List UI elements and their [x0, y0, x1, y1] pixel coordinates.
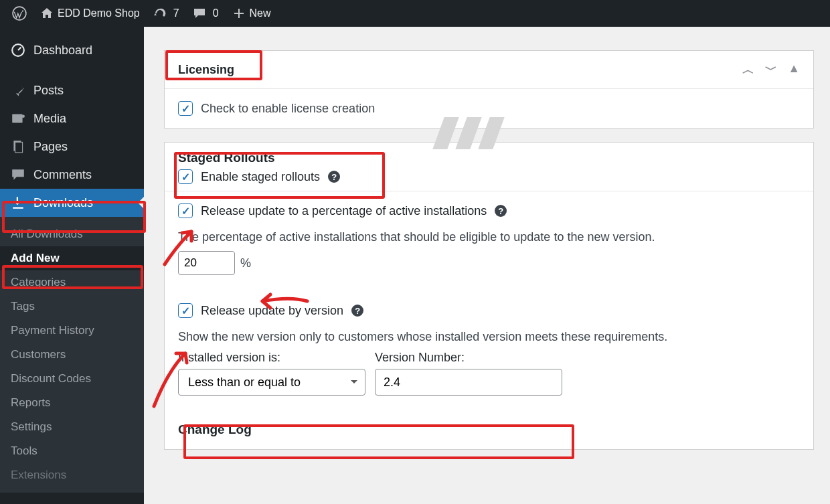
help-icon[interactable]: ? — [495, 205, 507, 217]
comments-link[interactable]: 0 — [186, 0, 226, 27]
sidebar-item-pages[interactable]: Pages — [0, 133, 144, 161]
staged-rollouts-panel: Staged Rollouts Enable staged rollouts ?… — [164, 142, 814, 450]
sidebar-item-label: Media — [33, 112, 66, 126]
submenu-all-downloads[interactable]: All Downloads — [0, 222, 144, 246]
licensing-panel: Licensing ︿ ﹀ ▲ Check to enable license … — [164, 50, 814, 129]
content-area: Licensing ︿ ﹀ ▲ Check to enable license … — [144, 27, 830, 504]
submenu-add-new[interactable]: Add New — [0, 246, 144, 270]
media-icon — [11, 111, 25, 126]
downloads-submenu: All Downloads Add New Categories Tags Pa… — [0, 217, 144, 493]
sidebar-item-comments[interactable]: Comments — [0, 161, 144, 189]
site-name-text: EDD Demo Shop — [58, 7, 140, 19]
comments-icon — [11, 167, 25, 182]
percentage-suffix: % — [240, 256, 251, 270]
release-version-desc: Show the new version only to customers w… — [178, 330, 800, 344]
release-percentage-desc: The percentage of active installations t… — [178, 230, 800, 244]
pin-icon — [11, 83, 25, 98]
help-icon[interactable]: ? — [351, 305, 363, 317]
sidebar-item-downloads[interactable]: Downloads — [0, 189, 144, 217]
sidebar-item-media[interactable]: Media — [0, 104, 144, 133]
site-name-link[interactable]: EDD Demo Shop — [33, 0, 147, 27]
downloads-icon — [11, 195, 25, 210]
admin-bar: EDD Demo Shop 7 0 New — [0, 0, 830, 27]
pages-icon — [11, 139, 25, 154]
svg-rect-5 — [15, 142, 23, 152]
submenu-extensions[interactable]: Extensions — [0, 463, 144, 487]
submenu-payment-history[interactable]: Payment History — [0, 319, 144, 343]
sidebar-item-label: Comments — [33, 168, 92, 182]
installed-version-operator-select[interactable]: Less than or equal to — [178, 369, 365, 396]
sidebar-item-label: Dashboard — [33, 44, 92, 58]
version-number-input[interactable] — [375, 369, 562, 396]
installed-version-label: Installed version is: — [178, 351, 365, 365]
submenu-tools[interactable]: Tools — [0, 439, 144, 463]
submenu-settings[interactable]: Settings — [0, 415, 144, 439]
version-number-label: Version Number: — [375, 351, 562, 365]
sidebar-item-label: Posts — [33, 84, 64, 98]
release-percentage-label: Release update to a percentage of active… — [201, 204, 487, 218]
comments-count: 0 — [213, 7, 219, 19]
new-link[interactable]: New — [226, 0, 278, 27]
submenu-discount-codes[interactable]: Discount Codes — [0, 367, 144, 391]
panel-toggle-icon[interactable]: ▲ — [788, 62, 800, 78]
release-percentage-checkbox[interactable] — [178, 203, 193, 218]
submenu-customers[interactable]: Customers — [0, 343, 144, 367]
licensing-title: Licensing — [178, 63, 234, 77]
admin-sidebar: Dashboard Posts Media Pages Comments Dow… — [0, 27, 144, 504]
submenu-categories[interactable]: Categories — [0, 270, 144, 295]
submenu-reports[interactable]: Reports — [0, 391, 144, 415]
panel-move-up-icon[interactable]: ︿ — [742, 62, 754, 78]
submenu-tags[interactable]: Tags — [0, 295, 144, 319]
panel-move-down-icon[interactable]: ﹀ — [765, 62, 777, 78]
svg-rect-2 — [12, 114, 22, 122]
updates-count: 7 — [173, 7, 179, 19]
updates-link[interactable]: 7 — [147, 0, 186, 27]
sidebar-item-dashboard[interactable]: Dashboard — [0, 36, 144, 64]
wp-logo[interactable] — [5, 0, 33, 27]
new-text: New — [250, 7, 271, 19]
enable-license-checkbox[interactable] — [178, 101, 193, 116]
sidebar-item-label: Downloads — [33, 196, 93, 210]
enable-staged-rollouts-checkbox[interactable] — [178, 169, 193, 184]
dashboard-icon — [11, 43, 25, 58]
change-log-title: Change Log — [178, 422, 800, 437]
sidebar-item-label: Pages — [33, 140, 68, 154]
sidebar-item-posts[interactable]: Posts — [0, 76, 144, 104]
licensing-header: Licensing ︿ ﹀ ▲ — [165, 51, 813, 89]
enable-staged-rollouts-label: Enable staged rollouts — [201, 170, 320, 184]
release-version-label: Release update by version — [201, 304, 343, 318]
percentage-input[interactable] — [178, 251, 235, 275]
staged-rollouts-title: Staged Rollouts — [178, 151, 800, 165]
help-icon[interactable]: ? — [328, 171, 340, 183]
release-version-checkbox[interactable] — [178, 303, 193, 318]
enable-license-label: Check to enable license creation — [201, 102, 375, 116]
svg-point-3 — [22, 115, 25, 118]
